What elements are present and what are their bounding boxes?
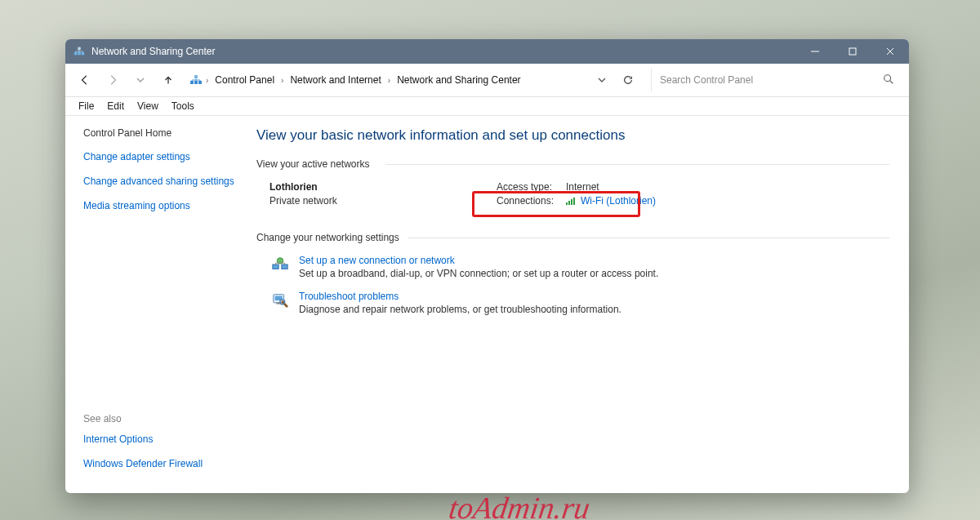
svg-rect-3 (78, 47, 81, 51)
svg-rect-7 (198, 81, 202, 84)
window: Network and Sharing Center › Control Pan… (65, 39, 909, 493)
breadcrumb-item[interactable]: Control Panel (212, 73, 278, 87)
task-link[interactable]: Set up a new connection or network (299, 255, 455, 266)
back-button[interactable] (74, 69, 96, 91)
task-item: Set up a new connection or network Set u… (271, 255, 889, 279)
troubleshoot-icon (271, 291, 289, 309)
window-title: Network and Sharing Center (91, 46, 215, 57)
access-type-label: Access type: (497, 181, 566, 193)
task-item: Troubleshoot problems Diagnose and repai… (271, 291, 889, 315)
svg-rect-10 (566, 202, 568, 205)
search-box[interactable] (651, 69, 901, 91)
maximize-button[interactable] (834, 39, 871, 64)
menu-view[interactable]: View (131, 100, 165, 113)
sidebar-home[interactable]: Control Panel Home (83, 127, 240, 139)
svg-rect-6 (194, 81, 198, 84)
active-networks-label: View your active networks (256, 158, 889, 170)
svg-rect-0 (74, 52, 78, 56)
connection-link[interactable]: Wi-Fi (Lothlorien) (581, 195, 656, 207)
svg-rect-8 (194, 75, 198, 78)
app-icon (74, 46, 85, 57)
address-dropdown[interactable] (590, 69, 613, 91)
search-icon[interactable] (883, 73, 894, 85)
svg-point-9 (884, 75, 891, 82)
svg-rect-5 (190, 81, 194, 84)
svg-rect-2 (82, 52, 85, 56)
search-input[interactable] (652, 69, 901, 91)
svg-rect-14 (273, 264, 278, 269)
network-type: Private network (270, 195, 482, 207)
menu-tools[interactable]: Tools (165, 100, 201, 113)
svg-rect-1 (78, 52, 81, 56)
close-button[interactable] (871, 39, 909, 64)
address-bar[interactable]: › Control Panel › Network and Internet ›… (185, 69, 646, 91)
body: Control Panel Home Change adapter settin… (65, 116, 909, 493)
content: View your basic network information and … (250, 116, 909, 493)
svg-rect-12 (571, 199, 572, 205)
connections-label: Connections: (497, 195, 566, 207)
sidebar: Control Panel Home Change adapter settin… (65, 116, 250, 493)
svg-rect-15 (282, 264, 287, 269)
svg-rect-11 (568, 201, 570, 205)
titlebar: Network and Sharing Center (65, 39, 909, 64)
nav-row: › Control Panel › Network and Internet ›… (65, 64, 909, 97)
network-name: Lothlorien (270, 181, 482, 193)
sidebar-link[interactable]: Change adapter settings (83, 150, 240, 163)
sidebar-link[interactable]: Change advanced sharing settings (83, 175, 240, 188)
change-settings-label: Change your networking settings (256, 232, 889, 243)
menu-bar: File Edit View Tools (65, 97, 909, 116)
sidebar-seealso-link[interactable]: Internet Options (83, 433, 240, 446)
new-connection-icon (271, 256, 289, 273)
refresh-button[interactable] (617, 69, 639, 91)
minimize-button[interactable] (796, 39, 834, 64)
task-link[interactable]: Troubleshoot problems (299, 291, 399, 302)
active-network-row: Lothlorien Private network Access type: … (270, 181, 889, 209)
sidebar-seealso-link[interactable]: Windows Defender Firewall (83, 457, 240, 470)
task-desc: Diagnose and repair network problems, or… (299, 304, 621, 315)
svg-rect-4 (849, 48, 856, 55)
sidebar-link[interactable]: Media streaming options (83, 199, 240, 212)
wifi-signal-icon (566, 196, 577, 206)
address-icon (189, 73, 203, 87)
see-also-label: See also (83, 413, 240, 424)
access-type-value: Internet (566, 181, 599, 193)
chevron-right-icon: › (206, 76, 208, 85)
chevron-right-icon: › (388, 76, 390, 85)
breadcrumb-item[interactable]: Network and Sharing Center (394, 73, 523, 87)
breadcrumb-item[interactable]: Network and Internet (287, 73, 384, 87)
menu-edit[interactable]: Edit (100, 100, 131, 113)
menu-file[interactable]: File (72, 100, 100, 113)
task-desc: Set up a broadband, dial-up, or VPN conn… (299, 268, 658, 279)
chevron-right-icon: › (281, 76, 283, 85)
forward-button[interactable] (101, 69, 124, 91)
page-heading: View your basic network information and … (256, 127, 889, 144)
recent-dropdown[interactable] (129, 69, 152, 91)
svg-rect-13 (573, 198, 575, 205)
watermark: toAdmin.ru (447, 490, 592, 520)
up-button[interactable] (157, 69, 180, 91)
